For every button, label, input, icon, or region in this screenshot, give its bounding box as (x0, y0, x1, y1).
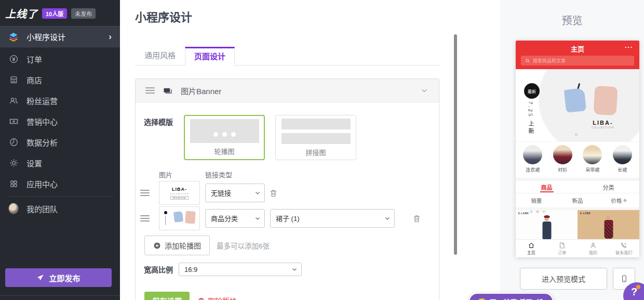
sidebar-item-store[interactable]: 商店 (0, 69, 120, 90)
sidebar-item-analytics[interactable]: 数据分析 (0, 132, 120, 152)
link-target-select[interactable]: 裙子 (1) (270, 209, 395, 228)
design-tabs: 通用风格 页面设计 (135, 46, 440, 66)
product-image: E·LAND (516, 210, 578, 239)
bunting-decoration (529, 211, 546, 214)
rocket-icon (36, 274, 44, 282)
status-badge: 未发布 (71, 8, 96, 19)
banner-block-header[interactable]: 图片Banner (136, 79, 439, 102)
drag-handle-icon[interactable] (140, 190, 150, 196)
apps-icon (8, 178, 19, 189)
template-carousel[interactable]: 轮播图 (184, 115, 265, 160)
banner-badge: 最新 (524, 83, 540, 99)
sidebar-menu: 小程序设计 › 订单 商店 粉丝运营 (0, 26, 120, 219)
template-label: 选择模版 (144, 115, 184, 160)
aspect-ratio-select[interactable]: 16:9 (179, 263, 302, 276)
sidebar-item-label: 设置 (26, 158, 42, 168)
store-icon (8, 74, 19, 85)
sidebar-item-label: 营销中心 (26, 116, 58, 127)
tab-products: 商品 (516, 181, 578, 193)
enter-preview-mode-button[interactable]: 进入预览模式 (520, 268, 607, 290)
add-carousel-row: 添加轮播图 最多可以添加6张 (144, 236, 431, 255)
sort-price: 价格 (598, 197, 639, 204)
link-type-select[interactable]: 无链接 (205, 184, 265, 202)
phone-banner-block[interactable]: 最新 7.25 上新 LIBA- COLLECTION (516, 69, 639, 141)
delete-image-button[interactable] (412, 214, 421, 223)
drag-handle-icon[interactable] (145, 87, 155, 94)
sidebar-item-label: 商店 (26, 74, 42, 85)
promo-label: 双11特惠 低至4折 (490, 297, 543, 300)
phone-preview[interactable]: 主页 ··· 搜索商品和文章 最新 7.25 上新 LIBA- (516, 41, 639, 257)
sort-icon (623, 199, 627, 202)
phone-categories-block[interactable]: 连衣裙 衬衫 吊带裙 长裙 (516, 141, 639, 178)
search-icon (525, 58, 530, 63)
save-settings-button[interactable]: 保存设置 (144, 292, 190, 300)
carousel-thumbnail (190, 119, 259, 143)
promo-banner[interactable]: 双11特惠 低至4折 (468, 293, 554, 300)
sidebar-item-team[interactable]: 我的团队 (0, 198, 120, 219)
sidebar-item-label: 小程序设计 (26, 31, 65, 42)
image-list-header: 图片 链接类型 (144, 169, 431, 179)
sidebar: 上线了 10人版 未发布 小程序设计 › 订单 (0, 0, 120, 300)
sidebar-divider (7, 196, 113, 197)
publish-button-label: 立即发布 (49, 272, 80, 283)
phone-contact-icon (620, 242, 627, 249)
sidebar-item-label: 我的团队 (26, 203, 58, 214)
chevron-right-icon: › (109, 32, 112, 42)
settings-icon (8, 158, 19, 168)
sidebar-item-miniprogram-design[interactable]: 小程序设计 › (0, 26, 120, 47)
category-item: 吊带裙 (578, 145, 608, 173)
marketing-icon (8, 116, 19, 126)
category-item: 连衣裙 (518, 145, 548, 173)
nav-contact: 联系我们 (609, 242, 640, 255)
link-type-select-wrap: 无链接 (205, 184, 265, 202)
tab-categories: 分类 (578, 181, 639, 193)
user-icon (589, 242, 597, 249)
delete-image-button[interactable] (269, 189, 278, 198)
sidebar-header: 上线了 10人版 未发布 (0, 0, 120, 26)
drag-handle-icon[interactable] (140, 215, 150, 221)
add-carousel-button[interactable]: 添加轮播图 (144, 236, 210, 255)
nav-orders: 订单 (547, 242, 578, 255)
banner-thumbnail[interactable]: LIBA- COLLECTION NEW ARRIVAL (159, 181, 200, 205)
sidebar-item-fans[interactable]: 粉丝运营 (0, 90, 120, 111)
publish-button[interactable]: 立即发布 (5, 268, 112, 287)
tab-general-style[interactable]: 通用风格 (135, 46, 185, 65)
vertical-scrollbar[interactable] (454, 34, 457, 255)
menu-dots-icon: ··· (625, 43, 633, 51)
team-avatar (8, 203, 19, 214)
order-icon (8, 54, 19, 64)
order-doc-icon (558, 242, 566, 249)
carousel-indicator-dot (575, 133, 578, 136)
clothing-decoration (594, 86, 618, 115)
phone-header-block[interactable]: 主页 ··· 搜索商品和文章 (516, 41, 639, 69)
aspect-ratio-row: 宽高比例 16:9 (144, 263, 431, 276)
block-actions-row: 保存设置 删除版块 (144, 292, 431, 300)
collapse-chevron-icon[interactable] (420, 86, 429, 95)
phone-search-bar: 搜索商品和文章 (521, 56, 634, 66)
sidebar-item-settings[interactable]: 设置 (0, 152, 120, 173)
tab-page-design[interactable]: 页面设计 (185, 47, 235, 66)
category-image (523, 145, 542, 164)
template-splice[interactable]: 拼接图 (275, 115, 356, 160)
sidebar-item-orders[interactable]: 订单 (0, 48, 120, 69)
banner-thumbnail[interactable] (159, 206, 200, 230)
splice-thumbnail (281, 119, 351, 144)
category-image (553, 145, 572, 164)
category-item: 长裙 (608, 145, 638, 173)
sidebar-item-apps[interactable]: 应用中心 (0, 173, 120, 194)
banner-vertical-text: 7.25 上新 (527, 101, 535, 135)
phone-product-tabs[interactable]: 商品 分类 (516, 178, 639, 193)
link-target-select-wrap: 裙子 (1) (270, 209, 395, 228)
link-type-select[interactable]: 商品分类 (205, 209, 265, 228)
phone-products-block[interactable]: E·LAND E·LAND (516, 208, 639, 239)
phone-bottom-nav[interactable]: 主页 订单 我的 联系 (516, 239, 639, 257)
preview-panel: 预览 主页 ··· 搜索商品和文章 最新 7.25 上新 (500, 0, 644, 300)
layers-icon (8, 32, 19, 42)
add-carousel-label: 添加轮播图 (165, 240, 201, 251)
block-title: 图片Banner (181, 85, 221, 96)
delete-block-button[interactable]: 删除版块 (197, 295, 237, 300)
sort-new: 新品 (557, 197, 598, 204)
phone-sort-tabs[interactable]: 销量 新品 价格 (516, 193, 639, 208)
plus-circle-icon (153, 242, 161, 250)
sidebar-item-marketing[interactable]: 营销中心 (0, 111, 120, 132)
